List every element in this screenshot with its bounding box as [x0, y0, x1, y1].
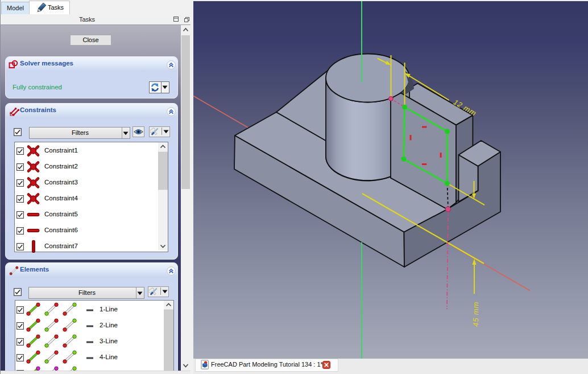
- svg-text:45 mm: 45 mm: [471, 302, 480, 327]
